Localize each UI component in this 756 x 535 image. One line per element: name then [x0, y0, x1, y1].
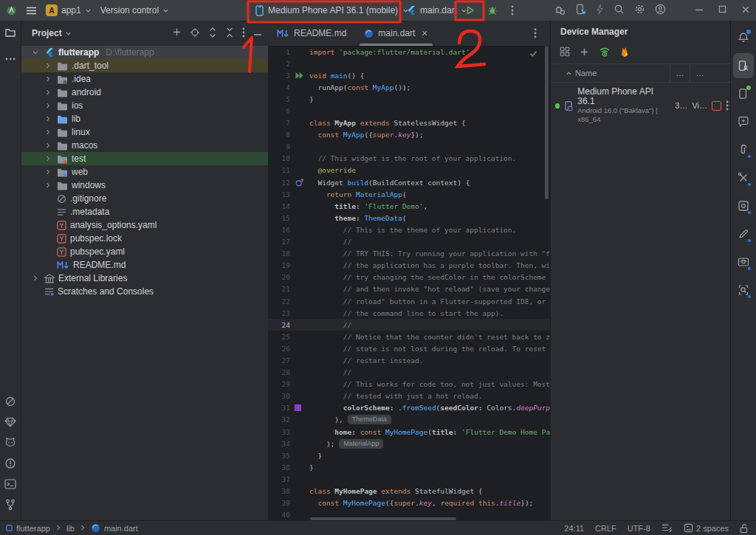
api-column-header[interactable]: …	[670, 65, 690, 82]
pair-wifi-button[interactable]	[599, 46, 611, 60]
sort-by-name-header[interactable]: Name	[551, 69, 670, 77]
tree-item--dart-tool[interactable]: .dart_tool	[21, 59, 268, 72]
account-button[interactable]	[655, 4, 666, 17]
project-view-dropdown[interactable]: Project	[32, 28, 72, 38]
window-close-button[interactable]	[741, 5, 750, 16]
terminal-button[interactable]	[4, 479, 16, 492]
chevron-right-icon[interactable]	[44, 89, 52, 96]
code-line-4[interactable]: 4 runApp(const MyApp());	[268, 81, 550, 93]
device-row[interactable]: Medium Phone API 36.1 Android 16.0 ("Bak…	[551, 83, 732, 128]
chevron-right-icon[interactable]	[44, 168, 52, 176]
tree-item-macos[interactable]: macos	[21, 139, 268, 152]
code-line-7[interactable]: 7class MyApp extends StatelessWidget {	[268, 117, 550, 129]
run-button[interactable]	[461, 1, 480, 19]
encoding-selector[interactable]: UTF-8	[628, 524, 650, 533]
code-line-8[interactable]: 8 const MyApp({super.key});	[268, 129, 550, 141]
search-button[interactable]	[614, 4, 625, 17]
add-device-button[interactable]	[580, 46, 589, 60]
code-line-2[interactable]: 2	[268, 58, 550, 69]
device-more-actions-icon[interactable]	[726, 100, 729, 111]
tree-item-windows[interactable]: windows	[21, 179, 268, 192]
add-button[interactable]	[172, 27, 182, 39]
debug-button[interactable]	[483, 1, 502, 19]
deep-inspection-button[interactable]	[733, 277, 754, 303]
tree-item-ios[interactable]: ios	[21, 99, 268, 112]
tree-item-linux[interactable]: linux	[21, 125, 268, 139]
code-line-33[interactable]: 33 home: const MyHomePage(title: 'Flutte…	[268, 426, 550, 438]
window-maximize-button[interactable]	[718, 5, 726, 15]
indent-selector[interactable]: 2 spaces	[684, 523, 729, 533]
code-line-13[interactable]: 13 return MaterialApp(	[268, 188, 550, 200]
profiler-button[interactable]	[554, 4, 566, 18]
tree-item-scratches-and-consoles[interactable]: Scratches and Consoles	[21, 285, 268, 298]
device-mirror-button[interactable]	[575, 4, 586, 17]
code-line-10[interactable]: 10 // This widget is the root of your ap…	[268, 153, 550, 165]
code-line-14[interactable]: 14 title: 'Flutter Demo',	[268, 200, 550, 212]
tree-item-pubspec-yaml[interactable]: pubspec.yaml	[21, 245, 268, 258]
tree-item--idea[interactable]: .idea	[21, 72, 268, 86]
more-actions-button[interactable]	[505, 1, 520, 19]
run-line-icon[interactable]	[295, 72, 304, 80]
code-line-27[interactable]: 27 // restart instead.	[268, 354, 550, 366]
device-selector-dropdown[interactable]: Medium Phone API 36.1 (mobile)	[255, 0, 409, 21]
code-line-37[interactable]: 37	[268, 473, 550, 485]
tab-readme-md[interactable]: README.md	[268, 21, 355, 46]
code-style-icon[interactable]	[662, 523, 673, 533]
breadcrumb-flutterapp[interactable]: flutterapp	[6, 524, 50, 533]
code-line-15[interactable]: 15 theme: ThemeData(	[268, 212, 550, 224]
expand-all-button[interactable]	[208, 27, 217, 40]
code-line-29[interactable]: 29 // This works for code too, not just …	[268, 379, 550, 390]
tree-item-readme-md[interactable]: README.md	[21, 258, 268, 272]
code-line-38[interactable]: 38class MyHomePage extends StatefulWidge…	[268, 485, 550, 497]
breadcrumb-main-dart[interactable]: main.dart	[91, 523, 138, 533]
code-line-28[interactable]: 28 //	[268, 367, 550, 379]
lock-open-icon[interactable]	[740, 523, 749, 534]
tree-item--gitignore[interactable]: .gitignore	[21, 192, 268, 205]
gemini-button[interactable]	[733, 109, 754, 134]
more-button[interactable]	[242, 27, 245, 40]
project-view-button[interactable]	[4, 27, 16, 41]
code-line-34[interactable]: 34 );MaterialApp	[268, 438, 550, 449]
hide-button[interactable]	[253, 28, 262, 38]
line-ending-selector[interactable]: CRLF	[595, 524, 616, 533]
app-quality-insights-button[interactable]	[733, 137, 754, 162]
chevron-right-icon[interactable]	[44, 182, 52, 189]
settings-button[interactable]	[634, 4, 645, 17]
code-line-20[interactable]: 20 // try changing the seedColor in the …	[268, 272, 550, 283]
tree-item-test[interactable]: test	[21, 152, 268, 165]
code-line-1[interactable]: 1import 'package:flutter/material.dart';	[268, 46, 550, 58]
code-line-5[interactable]: 5}	[268, 93, 550, 105]
tree-item-external-libraries[interactable]: External Libraries	[21, 272, 268, 285]
code-line-3[interactable]: 3void main() {	[268, 69, 550, 81]
code-line-18[interactable]: 18 // TRY THIS: Try running your applica…	[268, 248, 550, 260]
device-manager-button[interactable]	[733, 53, 754, 78]
commit-restricted-button[interactable]	[4, 396, 16, 410]
locate-button[interactable]	[190, 27, 200, 40]
collapse-all-button[interactable]	[225, 27, 234, 40]
tree-item-flutterapp[interactable]: flutterappD:\flutterapp	[21, 46, 268, 59]
tab-options-button[interactable]	[528, 24, 543, 42]
code-editor[interactable]: 1import 'package:flutter/material.dart';…	[268, 46, 550, 521]
run-configuration-dropdown[interactable]: main.dart	[406, 0, 467, 21]
code-line-24[interactable]: 24 //	[268, 319, 550, 331]
running-devices-button[interactable]	[733, 81, 754, 106]
window-minimize-button[interactable]	[695, 5, 704, 16]
code-line-25[interactable]: 25 // Notice that the counter didn't res…	[268, 331, 550, 342]
project-switcher[interactable]: A app1	[46, 4, 92, 16]
chevron-right-icon[interactable]	[44, 128, 52, 136]
code-line-12[interactable]: 12 Widget build(BuildContext context) {	[268, 176, 550, 188]
tree-item-pubspec-lock[interactable]: pubspec.lock	[21, 232, 268, 245]
code-line-16[interactable]: 16 // This is the theme of your applicat…	[268, 224, 550, 235]
layout-inspector-button[interactable]	[733, 249, 754, 275]
code-line-30[interactable]: 30 // tested with just a hot reload.	[268, 390, 550, 402]
code-line-32[interactable]: 32 ),ThemeData	[268, 414, 550, 426]
tree-item-analysis-options-yaml[interactable]: analysis_options.yaml	[21, 218, 268, 232]
tree-item-lib[interactable]: lib	[21, 112, 268, 125]
compose-preview-button[interactable]	[733, 221, 754, 246]
chevron-down-icon[interactable]	[32, 49, 39, 56]
version-control-button[interactable]	[5, 499, 16, 514]
notifications-button[interactable]	[733, 25, 754, 50]
chevron-right-icon[interactable]	[44, 75, 52, 83]
overriding-method-icon[interactable]	[295, 178, 305, 187]
code-line-35[interactable]: 35 }	[268, 449, 550, 461]
